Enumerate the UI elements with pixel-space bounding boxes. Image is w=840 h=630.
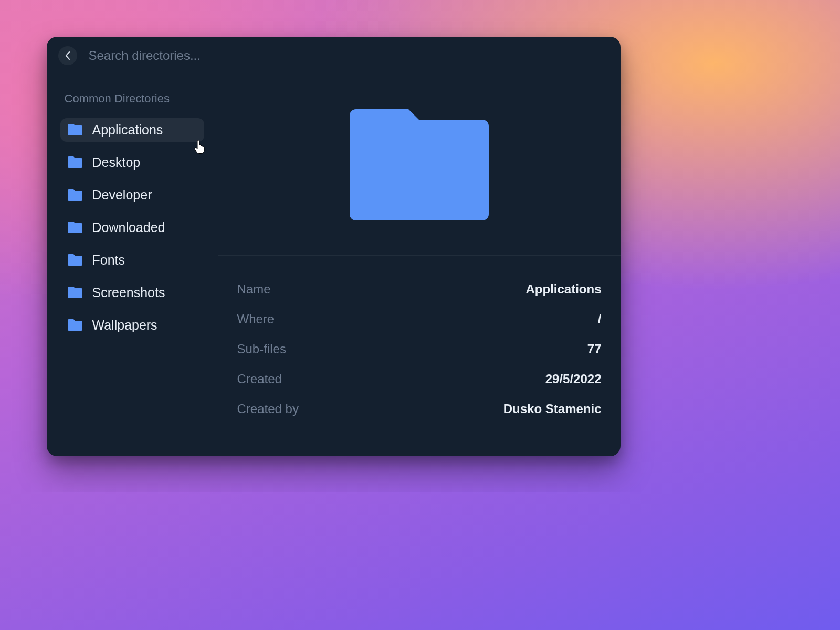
details-table: NameApplicationsWhere/Sub-files77Created… [218,256,621,434]
folder-preview [218,75,621,256]
body: Common Directories Applications Desktop … [47,75,621,456]
detail-value: 77 [587,342,602,356]
sidebar-item-screenshots[interactable]: Screenshots [60,281,204,304]
folder-icon [350,109,489,220]
sidebar-item-label: Downloaded [92,221,165,234]
sidebar-item-downloaded[interactable]: Downloaded [60,216,204,239]
search-input[interactable] [89,48,605,63]
sidebar-item-label: Fonts [92,254,125,267]
detail-row: Created29/5/2022 [237,364,602,394]
folder-icon [68,319,82,331]
detail-label: Name [237,282,271,297]
detail-value: 29/5/2022 [545,372,602,386]
sidebar-item-label: Screenshots [92,286,165,299]
folder-icon [68,124,82,135]
detail-row: NameApplications [237,275,602,304]
sidebar-item-wallpapers[interactable]: Wallpapers [60,313,204,337]
file-browser-window: Common Directories Applications Desktop … [47,37,621,456]
detail-label: Sub-files [237,342,286,356]
folder-icon [68,287,82,298]
sidebar-item-fonts[interactable]: Fonts [60,248,204,272]
back-button[interactable] [58,46,77,65]
detail-row: Created byDusko Stamenic [237,394,602,424]
detail-value: Applications [526,282,601,297]
main-panel: NameApplicationsWhere/Sub-files77Created… [218,75,621,456]
sidebar-title: Common Directories [65,92,200,106]
sidebar: Common Directories Applications Desktop … [47,75,218,456]
folder-icon [68,156,82,168]
sidebar-item-label: Applications [92,123,163,136]
sidebar-item-label: Wallpapers [92,319,158,332]
header-bar [47,37,621,75]
detail-value: / [598,312,602,327]
detail-row: Where/ [237,304,602,334]
chevron-left-icon [65,51,70,60]
sidebar-item-label: Desktop [92,156,141,169]
detail-label: Created by [237,402,299,416]
detail-label: Where [237,312,275,327]
detail-row: Sub-files77 [237,334,602,364]
folder-icon [68,189,82,201]
folder-icon [68,222,82,233]
sidebar-list: Applications Desktop Developer Downloade… [60,118,204,337]
sidebar-item-applications[interactable]: Applications [60,118,204,142]
sidebar-item-desktop[interactable]: Desktop [60,151,204,174]
folder-icon [68,254,82,266]
sidebar-item-label: Developer [92,188,152,202]
detail-label: Created [237,372,282,386]
detail-value: Dusko Stamenic [503,402,602,416]
sidebar-item-developer[interactable]: Developer [60,183,204,207]
